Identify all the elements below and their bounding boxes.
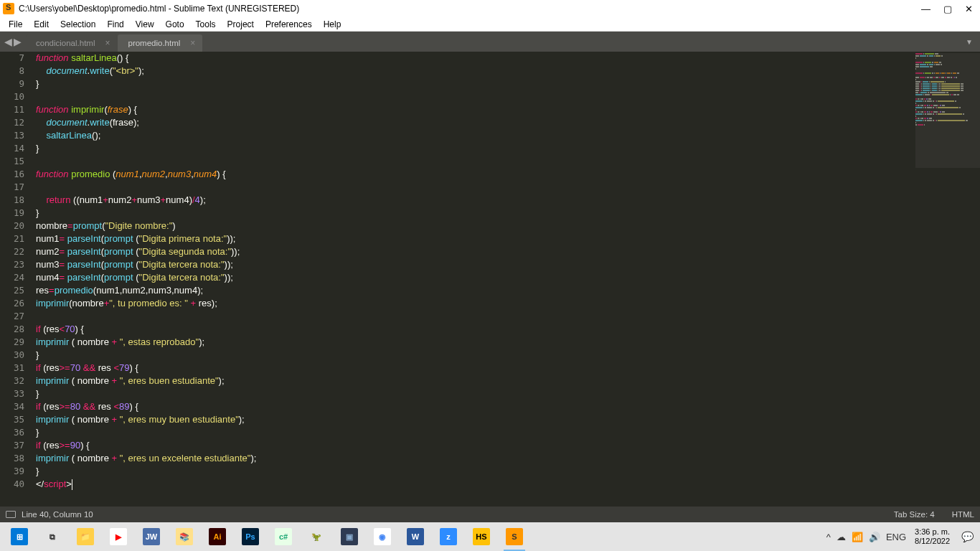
- line-number: 30: [0, 349, 24, 362]
- wifi-icon[interactable]: 📶: [852, 532, 863, 542]
- code-line[interactable]: }: [36, 207, 980, 220]
- window-controls: — ▢ ✕: [921, 4, 977, 14]
- tab-menu-icon[interactable]: ▼: [958, 38, 980, 46]
- menu-edit[interactable]: Edit: [28, 19, 55, 29]
- nav-forward-icon[interactable]: ▶: [14, 36, 22, 47]
- taskbar-photoshop-icon[interactable]: Ps: [234, 522, 267, 551]
- menu-project[interactable]: Project: [222, 19, 260, 29]
- code-line[interactable]: num3= parseInt(prompt ("Digita tercera n…: [36, 258, 980, 271]
- code-line[interactable]: imprimir ( nombre + ", eres un excelente…: [36, 452, 980, 465]
- menu-tools[interactable]: Tools: [190, 19, 222, 29]
- code-line[interactable]: }: [36, 142, 980, 155]
- nav-back-icon[interactable]: ◀: [4, 36, 12, 47]
- code-line[interactable]: imprimir ( nombre + ", eres buen estudia…: [36, 375, 980, 387]
- code-line[interactable]: }: [36, 349, 980, 362]
- taskbar-books-icon[interactable]: 📚: [168, 522, 201, 551]
- code-line[interactable]: }: [36, 387, 980, 400]
- code-line[interactable]: imprimir ( nombre + ", eres muy buen est…: [36, 413, 980, 426]
- code-line[interactable]: document.write("<br>");: [36, 65, 980, 77]
- code-line[interactable]: res=promedio(num1,num2,num3,num4);: [36, 284, 980, 297]
- taskbar-illustrator-icon[interactable]: Ai: [201, 522, 234, 551]
- taskbar-dev-icon[interactable]: 🦖: [300, 522, 333, 551]
- language-indicator[interactable]: ENG: [886, 532, 906, 542]
- volume-icon[interactable]: 🔊: [869, 532, 880, 542]
- line-number: 28: [0, 323, 24, 336]
- panel-switch-icon[interactable]: [6, 511, 16, 518]
- taskbar-taskview-icon[interactable]: ⧉: [36, 522, 69, 551]
- title-bar: C:\Users\yobel\Desktop\promedio.html - S…: [0, 0, 980, 17]
- line-number: 15: [0, 155, 24, 168]
- tab-close-icon[interactable]: ×: [190, 38, 195, 48]
- menu-file[interactable]: File: [3, 19, 28, 29]
- taskbar-sublime-icon[interactable]: S: [498, 522, 531, 551]
- code-line[interactable]: nombre=prompt("Digite nombre:"): [36, 220, 980, 232]
- code-line[interactable]: imprimir(nombre+", tu promedio es: " + r…: [36, 297, 980, 310]
- code-line[interactable]: if (res<70) {: [36, 323, 980, 336]
- onedrive-icon[interactable]: ☁: [837, 532, 846, 542]
- clock[interactable]: 3:36 p. m. 8/12/2022: [912, 527, 953, 546]
- code-line[interactable]: }: [36, 426, 980, 439]
- code-line[interactable]: [36, 181, 980, 194]
- code-line[interactable]: imprimir ( nombre + ", estas reprobado")…: [36, 336, 980, 349]
- code-line[interactable]: }: [36, 465, 980, 478]
- notifications-icon[interactable]: 💬: [958, 528, 976, 545]
- tab-promedio-html[interactable]: promedio.html×: [118, 34, 202, 52]
- tab-close-icon[interactable]: ×: [105, 38, 110, 48]
- code-line[interactable]: }: [36, 77, 980, 90]
- minimap[interactable]: [915, 53, 980, 168]
- code-line[interactable]: num4= parseInt(prompt ("Digita tercera n…: [36, 271, 980, 284]
- line-number: 25: [0, 284, 24, 297]
- menu-view[interactable]: View: [130, 19, 160, 29]
- taskbar: ⊞⧉📁▶JW📚AiPsc#🦖▣◉WzHSS ^ ☁ 📶 🔊 ENG 3:36 p…: [0, 522, 980, 551]
- close-button[interactable]: ✕: [965, 4, 973, 14]
- code-line[interactable]: [36, 90, 980, 103]
- menu-help[interactable]: Help: [318, 19, 347, 29]
- gutter: 7891011121314151617181920212223242526272…: [0, 52, 32, 507]
- maximize-button[interactable]: ▢: [943, 4, 952, 14]
- taskbar-youtube-icon[interactable]: ▶: [102, 522, 135, 551]
- code-line[interactable]: num1= parseInt(prompt ("Digita primera n…: [36, 232, 980, 245]
- menu-goto[interactable]: Goto: [160, 19, 190, 29]
- code-area[interactable]: function saltarLinea() { document.write(…: [32, 52, 980, 507]
- editor[interactable]: 7891011121314151617181920212223242526272…: [0, 52, 980, 507]
- taskbar-chrome-icon[interactable]: ◉: [366, 522, 399, 551]
- code-line[interactable]: saltarLinea();: [36, 129, 980, 142]
- taskbar-codeblocks-icon[interactable]: c#: [267, 522, 300, 551]
- taskbar-explorer-icon[interactable]: 📁: [69, 522, 102, 551]
- line-number: 8: [0, 65, 24, 77]
- tab-row: ◀ ▶ condicional.html×promedio.html× ▼: [0, 32, 980, 52]
- line-number: 18: [0, 194, 24, 207]
- code-line[interactable]: if (res>=70 && res <79) {: [36, 362, 980, 375]
- taskbar-virtualbox-icon[interactable]: ▣: [333, 522, 366, 551]
- menu-preferences[interactable]: Preferences: [260, 19, 318, 29]
- line-number: 39: [0, 465, 24, 478]
- status-tabsize[interactable]: Tab Size: 4: [894, 510, 935, 519]
- taskbar-zoom-icon[interactable]: z: [432, 522, 465, 551]
- taskbar-hs-icon[interactable]: HS: [465, 522, 498, 551]
- code-line[interactable]: function saltarLinea() {: [36, 52, 980, 65]
- code-line[interactable]: document.write(frase);: [36, 116, 980, 129]
- taskbar-jw-icon[interactable]: JW: [135, 522, 168, 551]
- minimize-button[interactable]: —: [921, 4, 930, 14]
- taskbar-start-icon[interactable]: ⊞: [3, 522, 36, 551]
- code-line[interactable]: if (res>=90) {: [36, 439, 980, 452]
- code-line[interactable]: num2= parseInt(prompt ("Digita segunda n…: [36, 245, 980, 258]
- tab-condicional-html[interactable]: condicional.html×: [26, 34, 117, 52]
- taskbar-word-icon[interactable]: W: [399, 522, 432, 551]
- menu-selection[interactable]: Selection: [55, 19, 101, 29]
- code-line[interactable]: return ((num1+num2+num3+num4)/4);: [36, 194, 980, 207]
- clock-time: 3:36 p. m.: [915, 527, 950, 537]
- menu-find[interactable]: Find: [101, 19, 129, 29]
- code-line[interactable]: if (res>=80 && res <89) {: [36, 400, 980, 413]
- code-line[interactable]: function imprimir(frase) {: [36, 103, 980, 116]
- line-number: 24: [0, 271, 24, 284]
- code-line[interactable]: [36, 155, 980, 168]
- line-number: 37: [0, 439, 24, 452]
- code-line[interactable]: </script>: [36, 478, 980, 491]
- code-line[interactable]: function promedio (num1,num2,num3,num4) …: [36, 168, 980, 181]
- tray-expand-icon[interactable]: ^: [826, 532, 831, 542]
- status-syntax[interactable]: HTML: [952, 510, 974, 519]
- text-cursor: [72, 479, 72, 490]
- app-icon: [3, 3, 14, 14]
- code-line[interactable]: [36, 310, 980, 323]
